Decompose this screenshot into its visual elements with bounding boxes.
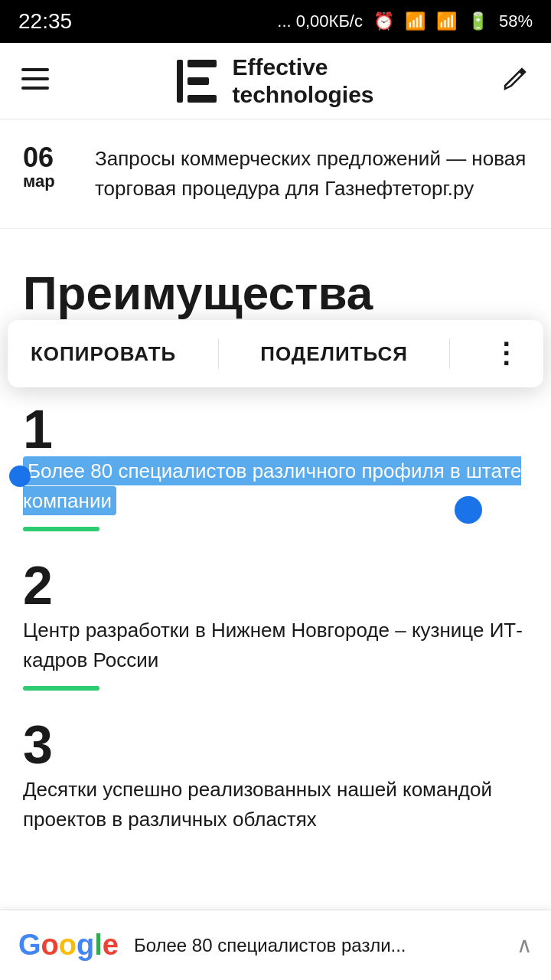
navbar: Effective technologies <box>0 43 551 119</box>
battery-percent: 58% <box>499 11 533 31</box>
google-search-text: Более 80 специалистов разли... <box>134 935 501 956</box>
status-time: 22:35 <box>18 9 72 34</box>
advantage-text-wrapper-1: Более 80 специалистов различного профиля… <box>23 456 528 516</box>
advantage-number-2: 2 <box>23 559 528 612</box>
advantage-text-1[interactable]: Более 80 специалистов различного профиля… <box>23 456 521 515</box>
svg-rect-5 <box>187 95 217 103</box>
logo: Effective technologies <box>177 54 373 109</box>
advantage-item-1: 1 Более 80 специалистов различного профи… <box>0 387 551 544</box>
logo-bar <box>177 60 183 103</box>
copy-button[interactable]: КОПИРОВАТЬ <box>31 342 176 366</box>
advantage-text-2[interactable]: Центр разработки в Нижнем Новгороде – ку… <box>23 616 528 675</box>
context-menu: КОПИРОВАТЬ ПОДЕЛИТЬСЯ ⋮ <box>8 320 543 387</box>
google-logo: Google <box>18 929 119 962</box>
advantage-item-3: 3 Десятки успешно реализованных нашей ко… <box>0 703 551 847</box>
news-day: 06 <box>23 144 77 172</box>
advantages-section: Преимущества <box>0 229 551 320</box>
logo-icon <box>177 60 223 103</box>
selection-handle-left <box>9 466 31 487</box>
svg-rect-4 <box>187 77 209 85</box>
svg-rect-1 <box>21 77 49 80</box>
status-right: ... 0,00КБ/с ⏰ 📶 📶 🔋 58% <box>277 11 533 31</box>
status-bar: 22:35 ... 0,00КБ/с ⏰ 📶 📶 🔋 58% <box>0 0 551 43</box>
google-bar[interactable]: Google Более 80 специалистов разли... ∧ <box>0 910 551 980</box>
news-item: 06 мар Запросы коммерческих предложений … <box>0 119 551 229</box>
green-line-2 <box>23 686 99 691</box>
advantage-number-1: 1 <box>23 403 528 456</box>
share-button[interactable]: ПОДЕЛИТЬСЯ <box>260 342 408 366</box>
edit-icon[interactable] <box>502 64 530 98</box>
logo-arrow <box>187 60 223 103</box>
svg-rect-2 <box>21 87 49 90</box>
logo-text: Effective technologies <box>232 54 373 109</box>
advantages-title: Преимущества <box>23 266 528 320</box>
news-date: 06 мар <box>23 144 77 191</box>
advantage-item-2: 2 Центр разработки в Нижнем Новгороде – … <box>0 544 551 703</box>
divider2 <box>449 338 450 369</box>
chevron-up-icon[interactable]: ∧ <box>517 933 533 958</box>
battery-icon: 🔋 <box>468 11 488 31</box>
news-month: мар <box>23 172 77 191</box>
more-button[interactable]: ⋮ <box>492 338 520 370</box>
hamburger-icon[interactable] <box>21 66 49 96</box>
divider <box>218 338 219 369</box>
advantage-text-3[interactable]: Десятки успешно реализованных нашей кома… <box>23 775 528 835</box>
svg-rect-0 <box>21 68 49 71</box>
wifi-icon: 📶 <box>405 11 425 31</box>
clock-icon: ⏰ <box>373 11 394 31</box>
signal-icon: 📶 <box>436 11 457 31</box>
svg-rect-3 <box>187 60 217 67</box>
advantage-number-3: 3 <box>23 718 528 772</box>
news-text[interactable]: Запросы коммерческих предложений — новая… <box>95 144 528 204</box>
green-line-1 <box>23 527 99 531</box>
selection-handle-right <box>455 496 482 524</box>
status-network: ... 0,00КБ/с <box>277 11 363 31</box>
